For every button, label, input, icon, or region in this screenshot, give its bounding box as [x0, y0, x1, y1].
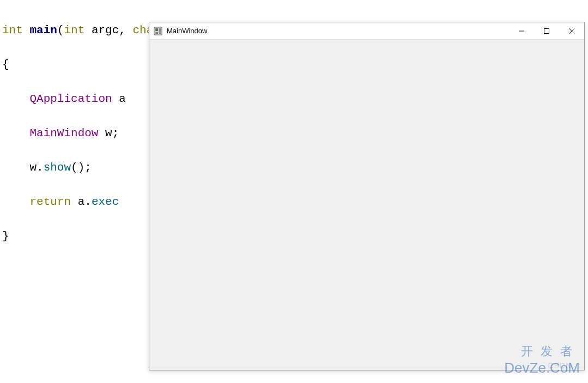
function-main: main: [29, 24, 57, 37]
dot: .: [37, 161, 44, 174]
comma: ,: [119, 24, 132, 37]
identifier-a: a: [78, 196, 85, 208]
window-title: MainWindow: [167, 27, 509, 35]
identifier-w: w: [98, 127, 112, 139]
identifier-argc: argc: [92, 24, 119, 37]
brace-open: {: [2, 58, 9, 71]
semicolon: ;: [112, 127, 119, 139]
brace-close: }: [2, 230, 9, 242]
keyword-return: return: [29, 196, 71, 208]
maximize-button[interactable]: [534, 22, 559, 40]
indent: [2, 161, 29, 174]
indent: [2, 196, 29, 208]
keyword-int-arg: int: [64, 24, 84, 37]
svg-rect-2: [155, 32, 158, 34]
window-titlebar[interactable]: MainWindow: [149, 22, 584, 40]
minimize-button[interactable]: [509, 22, 534, 40]
identifier-a-partial: a: [112, 93, 126, 105]
dot: .: [84, 196, 92, 208]
method-show: show: [44, 161, 71, 174]
app-icon: [154, 27, 162, 35]
call-parens: ();: [71, 161, 92, 174]
identifier-w-call: w: [29, 161, 37, 174]
svg-rect-1: [155, 28, 158, 31]
paren-open: (: [57, 24, 64, 37]
application-window[interactable]: MainWindow: [149, 22, 585, 370]
keyword-int: int: [2, 24, 23, 37]
indent: [2, 127, 29, 139]
space: [71, 196, 78, 208]
class-mainwindow: MainWindow: [29, 127, 98, 139]
method-exec: exec: [92, 196, 119, 208]
window-client-area[interactable]: [149, 40, 584, 370]
indent: [2, 93, 29, 105]
window-controls: [509, 22, 584, 39]
svg-rect-5: [544, 29, 549, 34]
close-button[interactable]: [559, 22, 584, 40]
svg-rect-3: [159, 28, 161, 34]
class-qapplication: QApplication: [29, 93, 112, 105]
